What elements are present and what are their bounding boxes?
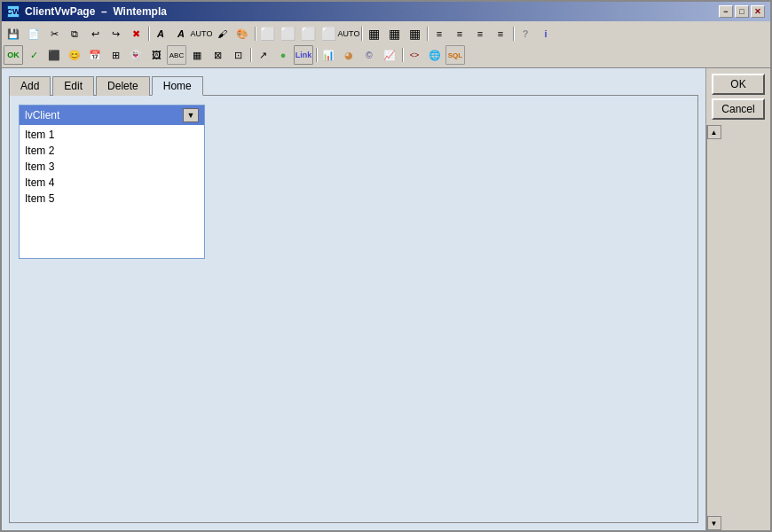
toolbar-auto2-btn[interactable]: AUTO [339,24,358,43]
toolbar-ok2-btn[interactable]: OK [4,45,23,65]
toolbar-chart-btn[interactable]: 📊 [319,45,338,65]
listview-header: lvClient ▼ [20,106,204,125]
toolbar-save-btn[interactable]: 💾 [4,24,23,43]
main-window: CW ClientVwPage – Wintempla − □ ✕ 💾 📄 ✂ … [0,0,772,532]
toolbar-sparkline-btn[interactable]: 📈 [380,45,399,65]
toolbar-bars3-btn[interactable]: ≡ [470,24,490,43]
list-item[interactable]: Item 5 [20,191,204,207]
toolbar-arrow-btn[interactable]: ↗ [253,45,272,65]
title-bar: CW ClientVwPage – Wintempla − □ ✕ [2,2,770,21]
toolbar-grid-btn[interactable]: ▦ [187,45,207,65]
toolbar-grid1-btn[interactable]: ▦ [364,24,383,43]
toolbar-bars1-btn[interactable]: ≡ [429,24,449,43]
action-buttons: OK Cancel [706,68,770,125]
toolbar-check-btn[interactable]: ✓ [24,45,43,65]
maximize-button[interactable]: □ [735,5,749,18]
title-controls: − □ ✕ [719,5,765,18]
toolbar-calendar-btn[interactable]: 📅 [85,45,105,65]
cancel-button[interactable]: Cancel [712,98,765,120]
toolbar-link-btn[interactable]: Link [294,45,313,65]
list-item[interactable]: Item 1 [20,127,204,143]
ok-button[interactable]: OK [712,74,765,95]
toolbar-abc-btn[interactable]: ABC [167,45,186,65]
toolbar-row-1: 💾 📄 ✂ ⧉ ↩ ↪ ✖ A A AUTO 🖌 🎨 ⬜ ⬜ ⬜ ⬜ AUTO … [4,23,768,44]
toolbar-sep-4 [425,25,429,43]
scroll-track[interactable] [707,139,721,516]
toolbar-text-italic-btn[interactable]: A [171,24,191,43]
toolbar-align-left-btn[interactable]: ⬜ [257,24,277,43]
toolbar-cc-btn[interactable]: © [359,45,379,65]
toolbar-delete-btn[interactable]: ✖ [126,24,146,43]
toolbar-sep-6 [248,46,252,64]
title-bar-left: CW ClientVwPage – Wintempla [7,5,167,18]
list-item[interactable]: Item 3 [20,159,204,175]
toolbar-grid2-btn[interactable]: ▦ [384,24,404,43]
toolbar-text-auto-btn[interactable]: AUTO [192,24,211,43]
toolbar-table-btn[interactable]: ⊞ [106,45,125,65]
toolbar-copy-btn[interactable]: ⧉ [65,24,84,43]
toolbar-sql-btn[interactable]: SQL [445,45,465,65]
toolbar-row-2: OK ✓ ⬛ 😊 📅 ⊞ 👻 🖼 ABC ▦ ⊠ ⊡ ↗ ● Link 📊 ◕ … [4,44,768,66]
tabs-row: Add Edit Delete Home [9,75,698,95]
toolbar-ghost-btn[interactable]: 👻 [126,45,146,65]
toolbar-sep-8 [400,46,404,64]
listview-body: Item 1 Item 2 Item 3 Item 4 Item 5 [20,125,204,258]
tab-add[interactable]: Add [9,76,51,96]
scrollbar: ▲ ▼ [706,125,721,530]
scroll-up-arrow[interactable]: ▲ [707,125,721,139]
tab-edit[interactable]: Edit [52,76,94,96]
toolbar-table3-btn[interactable]: ⊡ [228,45,248,65]
toolbar-info-btn[interactable]: i [536,24,555,43]
toolbar-code-btn[interactable]: <> [405,45,424,65]
toolbar-stop-btn[interactable]: ⬛ [44,45,64,65]
toolbar-redo-btn[interactable]: ↪ [106,24,125,43]
toolbar-sep-3 [359,25,363,43]
toolbar-image-btn[interactable]: 🖼 [146,45,166,65]
toolbar-circle-btn[interactable]: ● [273,45,293,65]
content-area: Add Edit Delete Home lvClient [2,68,705,530]
toolbar-globe-btn[interactable]: 🌐 [425,45,445,65]
toolbar-area: 💾 📄 ✂ ⧉ ↩ ↪ ✖ A A AUTO 🖌 🎨 ⬜ ⬜ ⬜ ⬜ AUTO … [2,21,770,68]
close-button[interactable]: ✕ [751,5,765,18]
toolbar-align-right-btn[interactable]: ⬜ [298,24,318,43]
toolbar-sep-7 [314,46,318,64]
list-item[interactable]: Item 4 [20,175,204,191]
toolbar-emoji-btn[interactable]: 😊 [65,45,84,65]
listview-dropdown-btn[interactable]: ▼ [183,108,199,122]
toolbar-sep-1 [146,25,150,43]
main-area: Add Edit Delete Home lvClient [2,68,770,530]
toolbar-help-btn[interactable]: ? [516,24,535,43]
listview-container: lvClient ▼ Item 1 Item 2 Item 3 Item 4 I… [19,105,205,259]
toolbar-new-btn[interactable]: 📄 [24,24,43,43]
toolbar-paint-btn[interactable]: 🖌 [212,24,232,43]
toolbar-align-center-btn[interactable]: ⬜ [278,24,297,43]
toolbar-undo-btn[interactable]: ↩ [85,24,105,43]
toolbar-sep-5 [511,25,515,43]
toolbar-pie-btn[interactable]: ◕ [339,45,358,65]
window-title: ClientVwPage – Wintempla [25,5,167,18]
panel-content: lvClient ▼ Item 1 Item 2 Item 3 Item 4 I… [9,95,698,523]
toolbar-paint2-btn[interactable]: 🎨 [232,24,252,43]
right-side: OK Cancel ▲ ▼ [705,68,770,530]
toolbar-table2-btn[interactable]: ⊠ [208,45,227,65]
tab-delete[interactable]: Delete [96,76,150,96]
toolbar-align2-btn[interactable]: ⬜ [319,24,338,43]
list-item[interactable]: Item 2 [20,143,204,159]
minimize-button[interactable]: − [719,5,733,18]
listview-title: lvClient [25,109,183,121]
toolbar-grid3-btn[interactable]: ▦ [405,24,424,43]
toolbar-cut-btn[interactable]: ✂ [44,24,64,43]
toolbar-bars4-btn[interactable]: ≡ [491,24,510,43]
toolbar-sep-2 [253,25,256,43]
toolbar-text-bold-btn[interactable]: A [151,24,170,43]
scroll-down-arrow[interactable]: ▼ [707,516,721,530]
app-icon: CW [7,5,20,18]
tab-home[interactable]: Home [152,76,203,96]
toolbar-bars2-btn[interactable]: ≡ [450,24,469,43]
